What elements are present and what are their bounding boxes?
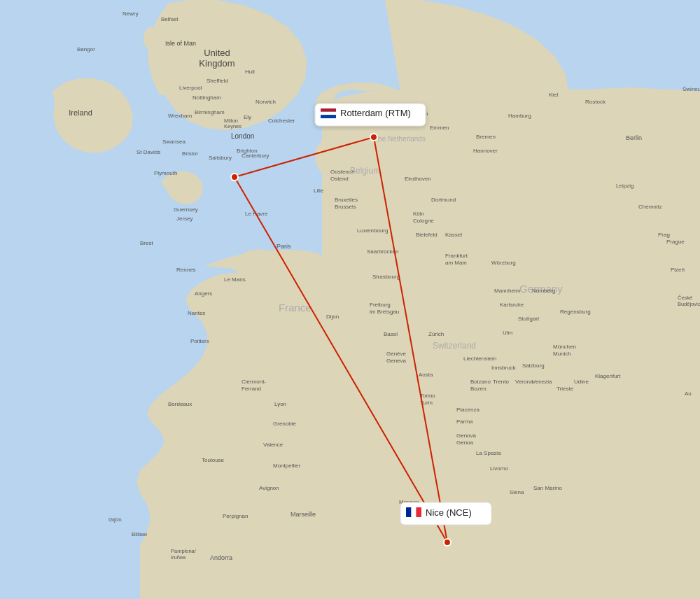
clermont-label: Clermont- <box>241 379 266 385</box>
zurich-label: Zürich <box>428 331 444 337</box>
kiel-label: Kiel <box>549 92 559 98</box>
innsbruck-label: Innsbruck <box>491 365 517 371</box>
kassel-label: Kassel <box>445 232 462 238</box>
nl-flag-blue <box>321 115 336 118</box>
nice-airport-dot <box>444 539 451 546</box>
prague-label: Prague <box>666 239 685 245</box>
la-spezia-label: La Spezia <box>476 450 501 456</box>
liverpool-label: Liverpool <box>179 85 202 91</box>
trento-label: Trento <box>493 379 509 385</box>
uk-label2: Kingdom <box>199 58 234 69</box>
salisbury-label: Salisbury <box>209 155 232 161</box>
hamburg-label: Hamburg <box>508 113 531 119</box>
jersey-label: Jersey <box>176 216 193 222</box>
uk-label: United <box>204 48 230 58</box>
geneve-label: Genève <box>386 351 407 357</box>
sheffield-label: Sheffield <box>206 78 228 84</box>
swinoujscie-label: Świnoujście <box>682 86 700 92</box>
san-marino-label: San Marino <box>533 485 562 491</box>
angers-label: Angers <box>195 290 212 297</box>
frankfurt-label: Frankfurt <box>445 253 468 259</box>
milton-keynes-label2: Keynes <box>224 123 241 129</box>
budejovice-label: Budějovice <box>678 301 700 307</box>
andorra-label: Andorra <box>210 554 232 561</box>
venezia-label: Venezia <box>532 379 552 385</box>
koln-label: Köln <box>413 211 424 217</box>
lille-label: Lille <box>314 188 324 194</box>
ostend-label: Ostend <box>330 176 349 182</box>
udine-label: Udine <box>574 379 589 385</box>
frankfurt2-label: am Main <box>445 260 467 266</box>
le-mans-label: Le Mans <box>224 276 246 283</box>
freiburg-label: Freiburg <box>370 302 391 308</box>
bozen-label: Bozen <box>470 386 486 392</box>
paris-label: Paris <box>276 243 291 250</box>
wurzburg-label: Würzburg <box>491 260 516 266</box>
london-label: London <box>231 132 254 140</box>
geneve2-label: Geneva <box>386 358 407 364</box>
freiburg2-label: im Breisgau <box>370 309 399 315</box>
marseille-label: Marseille <box>290 511 316 518</box>
livorno-label: Livorno <box>490 465 509 472</box>
bilbao-label: Bilbao <box>132 531 148 537</box>
map-overlay: Isle of Man United Kingdom Ireland Belfa… <box>0 0 700 599</box>
plzen-label: Plzeň <box>671 267 685 273</box>
bordeaux-label: Bordeaux <box>168 401 192 407</box>
bielefeld-label: Bielefeld <box>416 232 438 238</box>
fr-flag-white <box>411 507 416 517</box>
eindhoven-label: Eindhoven <box>405 176 431 182</box>
prag-label: Prag <box>658 232 670 238</box>
guernsey-label: Guernsey <box>174 206 198 213</box>
dijon-label: Dijon <box>326 313 339 320</box>
au-label: Au <box>685 390 692 397</box>
rotterdam-airport-dot <box>370 134 377 141</box>
clermont-label2: Ferrand <box>241 386 261 392</box>
trieste-label: Trieste <box>556 386 574 392</box>
torino-label: Torino <box>420 393 435 399</box>
colchester-label: Colchester <box>268 118 295 124</box>
ulm-label: Ulm <box>503 330 513 336</box>
basel-label: Basel <box>384 331 398 337</box>
genova-label: Genova <box>456 432 477 439</box>
ely-label: Ely <box>244 114 251 120</box>
cologne-label: Cologne <box>413 218 434 224</box>
chemnitz-label: Chemnitz <box>638 204 662 210</box>
karlsruhe-label: Karlsruhe <box>500 302 524 308</box>
gijon-label: Gijón <box>108 516 122 523</box>
piacenza-label: Piacenza <box>456 407 479 413</box>
hannover-label: Hannover <box>473 148 498 154</box>
leipzig-label: Leipzig <box>616 183 634 189</box>
berlin-label: Berlin <box>626 134 642 141</box>
hull-label: Hull <box>245 69 255 75</box>
montpellier-label: Montpellier <box>273 463 300 469</box>
lyon-label: Lyon <box>274 401 286 407</box>
strasbourg-label: Strasbourg <box>372 274 400 280</box>
nantes-label: Nantes <box>188 310 205 316</box>
rostock-label: Rostock <box>585 99 606 105</box>
belfast-label: Belfast <box>161 16 178 22</box>
salzburg-label: Salzburg <box>522 362 545 369</box>
mannheim-label: Mannheim <box>494 288 521 294</box>
valence-label: Valence <box>263 442 284 448</box>
svg-point-11 <box>144 27 158 50</box>
genoa-label: Genoa <box>456 439 474 446</box>
parma-label: Parma <box>456 418 473 425</box>
bolzano-label: Bolzano <box>470 379 491 385</box>
avignon-label: Avignon <box>259 485 279 491</box>
belgium-label: Belgium <box>350 166 380 176</box>
map-container: Isle of Man United Kingdom Ireland Belfa… <box>0 0 700 599</box>
wrexham-label: Wrexham <box>168 113 192 119</box>
norwich-label: Norwich <box>255 99 276 105</box>
pamplona-label: Pamplona/ <box>171 548 197 554</box>
isle-of-man-label: Isle of Man <box>165 40 196 47</box>
london-airport-dot <box>231 174 238 181</box>
switzerland-label: Switzerland <box>433 341 476 351</box>
brussels-label: Brussels <box>335 204 356 210</box>
munich2-label: Munich <box>553 351 571 357</box>
nice-label-text: Nice (NCE) <box>426 507 472 518</box>
brighton-label: Brighton <box>237 148 258 154</box>
birmingham-label: Birmingham <box>195 109 225 115</box>
fr-flag-blue <box>406 507 411 517</box>
luxembourg-label: Luxembourg <box>357 227 388 234</box>
ceske-label: České <box>678 295 692 301</box>
